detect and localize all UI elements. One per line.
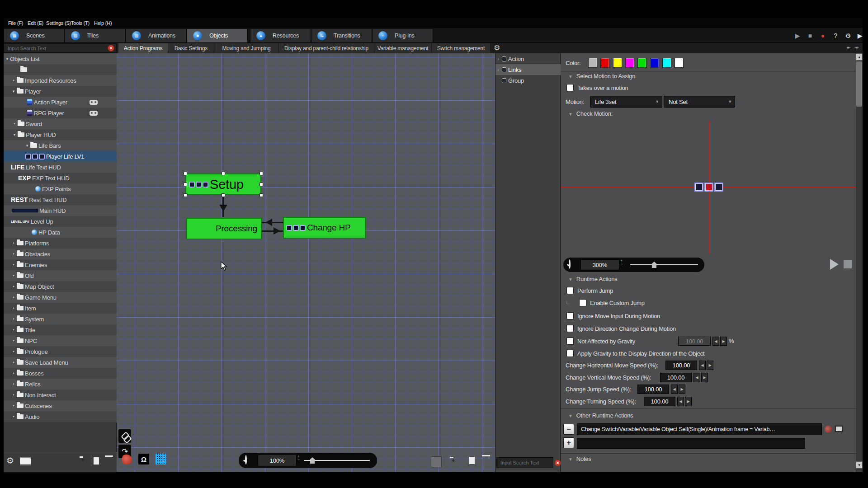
tab-animations[interactable]: ▥Animations bbox=[126, 28, 187, 42]
expander-closed-icon[interactable]: • bbox=[11, 404, 16, 408]
remove-action-button[interactable]: − bbox=[563, 424, 574, 435]
speed-value-3[interactable]: 100.00 bbox=[644, 397, 675, 406]
canvas-zoom-slider-handle[interactable] bbox=[310, 457, 315, 464]
link-item-action[interactable]: ›Action bbox=[495, 53, 561, 64]
preview-zoom-slider-handle[interactable] bbox=[652, 262, 656, 268]
tree-item-objects-list[interactable]: ▾Objects List bbox=[4, 53, 117, 64]
tree-item-platforms[interactable]: •Platforms bbox=[4, 238, 117, 249]
expander-closed-icon[interactable]: • bbox=[11, 317, 16, 321]
tree-item-player-life-lv1[interactable]: Player Life LV1 bbox=[4, 151, 117, 162]
record-button[interactable]: ● bbox=[817, 30, 828, 41]
settings-button[interactable]: ⚙ bbox=[843, 30, 854, 41]
selection-handle[interactable] bbox=[184, 193, 187, 197]
expander-closed-icon[interactable]: › bbox=[495, 67, 501, 72]
expander-closed-icon[interactable]: • bbox=[11, 284, 16, 289]
tab-transitions[interactable]: ⇆Transitions bbox=[311, 28, 372, 42]
flow-node-processing[interactable]: Processing bbox=[186, 218, 262, 239]
object-search-box[interactable]: × bbox=[4, 43, 117, 53]
gravity-percent-value[interactable]: 100.00 bbox=[678, 337, 711, 346]
other-runtime-actions-header[interactable]: ▼Other Runtime Actions bbox=[568, 412, 633, 419]
flow-node-change-hp[interactable]: Change HP bbox=[283, 217, 366, 239]
objects-settings-gear-icon[interactable]: ⚙ bbox=[6, 456, 14, 465]
subtab-action-programs[interactable]: Action Programs bbox=[118, 43, 168, 53]
selection-handle[interactable] bbox=[222, 172, 225, 175]
tree-item-exp-points[interactable]: EXP Points bbox=[4, 183, 117, 194]
speed-value-2[interactable]: 100.00 bbox=[637, 385, 669, 394]
expander-closed-icon[interactable]: • bbox=[11, 382, 16, 386]
tree-item-title[interactable]: •Title bbox=[4, 324, 117, 335]
expander-closed-icon[interactable]: • bbox=[11, 263, 16, 267]
color-swatch-6[interactable] bbox=[662, 58, 671, 68]
tree-item-player[interactable]: ▾Player bbox=[4, 86, 117, 97]
menu-edit[interactable]: Edit (E) bbox=[26, 18, 45, 28]
tree-item-sword[interactable]: •Sword bbox=[4, 118, 117, 129]
decrement-icon[interactable]: ◀ bbox=[677, 397, 684, 406]
link-search-input[interactable] bbox=[500, 460, 553, 466]
scroll-down-icon[interactable]: ▼ bbox=[856, 461, 863, 469]
tree-item-level-up[interactable]: LEVEL UP//Level Up bbox=[4, 216, 117, 227]
flow-node-setup[interactable]: Setup bbox=[185, 174, 261, 195]
tree-item-action-player[interactable]: Action Player bbox=[4, 97, 117, 108]
subtab-moving-and-jumping[interactable]: Moving and Jumping bbox=[214, 43, 279, 53]
expander-closed-icon[interactable]: • bbox=[11, 273, 16, 278]
increment-icon[interactable]: ▶ bbox=[701, 373, 708, 382]
expander-closed-icon[interactable]: • bbox=[11, 78, 16, 83]
tree-item-main-hud[interactable]: Main HUD bbox=[4, 205, 117, 216]
link-item-links[interactable]: ›Links bbox=[495, 64, 561, 75]
menu-help[interactable]: Help (H) bbox=[92, 18, 113, 28]
canvas-zoom-value[interactable]: 100% bbox=[258, 455, 297, 466]
motion-dropdown[interactable]: Life 3set▼ bbox=[590, 96, 662, 108]
link-item-group[interactable]: Group bbox=[495, 75, 561, 86]
tree-item-rest-text-hud[interactable]: RESTRest Text HUD bbox=[4, 194, 117, 205]
checkbox-not-affected-by-gravity[interactable] bbox=[566, 338, 574, 345]
run-button[interactable]: ▶ bbox=[854, 30, 863, 41]
tree-item-relics[interactable]: •Relics bbox=[4, 379, 117, 389]
help-button[interactable]: ? bbox=[830, 30, 841, 41]
tab-scenes[interactable]: ▦Scenes bbox=[4, 28, 65, 42]
tree-item-life-bars[interactable]: ▾Life Bars bbox=[4, 140, 117, 151]
tab-resources[interactable]: ▲Resources bbox=[250, 28, 311, 42]
play-button[interactable]: ▶ bbox=[792, 30, 803, 41]
add-action-button[interactable]: + bbox=[563, 437, 574, 448]
expander-closed-icon[interactable]: • bbox=[11, 414, 16, 419]
tree-item-rpg-player[interactable]: RPG Player bbox=[4, 108, 117, 118]
expander-closed-icon[interactable]: • bbox=[11, 349, 16, 354]
selection-handle[interactable] bbox=[184, 183, 187, 186]
color-swatch-1[interactable] bbox=[600, 58, 609, 68]
expander-closed-icon[interactable]: • bbox=[11, 393, 16, 397]
tree-item-system[interactable]: •System bbox=[4, 314, 117, 324]
decrement-icon[interactable]: ◀ bbox=[712, 337, 719, 346]
select-motion-header[interactable]: ▼Select Motion to Assign bbox=[568, 73, 635, 80]
selection-handle[interactable] bbox=[259, 193, 263, 197]
color-swatch-4[interactable] bbox=[637, 58, 646, 68]
decrement-icon[interactable]: ◀ bbox=[671, 385, 678, 394]
expander-closed-icon[interactable]: • bbox=[11, 295, 16, 300]
tab-tiles[interactable]: ▨Tiles bbox=[65, 28, 126, 42]
preview-zoom-value[interactable]: 300% bbox=[580, 259, 619, 270]
inspector-scrollbar[interactable] bbox=[856, 53, 863, 472]
selection-handle[interactable] bbox=[259, 183, 263, 186]
expander-open-icon[interactable]: ▾ bbox=[24, 143, 30, 148]
expander-closed-icon[interactable]: • bbox=[11, 371, 16, 375]
speed-value-1[interactable]: 100.00 bbox=[660, 373, 692, 382]
runtime-actions-header[interactable]: ▼Runtime Actions bbox=[568, 276, 618, 282]
color-swatch-2[interactable] bbox=[613, 58, 622, 68]
action-picture-icon[interactable] bbox=[835, 425, 843, 432]
grid-toggle-icon[interactable] bbox=[156, 454, 166, 465]
expander-closed-icon[interactable]: • bbox=[11, 328, 16, 332]
expander-open-icon[interactable]: ▾ bbox=[11, 89, 16, 94]
add-object-icon[interactable] bbox=[93, 457, 99, 465]
checkbox-enable-custom-jump[interactable] bbox=[579, 299, 586, 306]
expander-closed-icon[interactable]: › bbox=[495, 56, 501, 61]
decrement-icon[interactable]: ◀ bbox=[699, 361, 706, 370]
scrollbar-thumb[interactable] bbox=[856, 61, 862, 107]
stop-button[interactable]: ■ bbox=[805, 30, 816, 41]
expander-closed-icon[interactable]: • bbox=[11, 252, 16, 256]
checkbox-perform-jump[interactable] bbox=[566, 287, 574, 294]
selection-handle[interactable] bbox=[184, 172, 187, 175]
tree-item-obstacles[interactable]: •Obstacles bbox=[4, 249, 117, 259]
snap-toggle-icon[interactable] bbox=[431, 456, 442, 467]
menu-tools[interactable]: Tools (T) bbox=[69, 18, 91, 28]
tree-item-imported-resources[interactable]: •Imported Resources bbox=[4, 75, 117, 86]
menu-file[interactable]: File (F) bbox=[6, 18, 25, 28]
